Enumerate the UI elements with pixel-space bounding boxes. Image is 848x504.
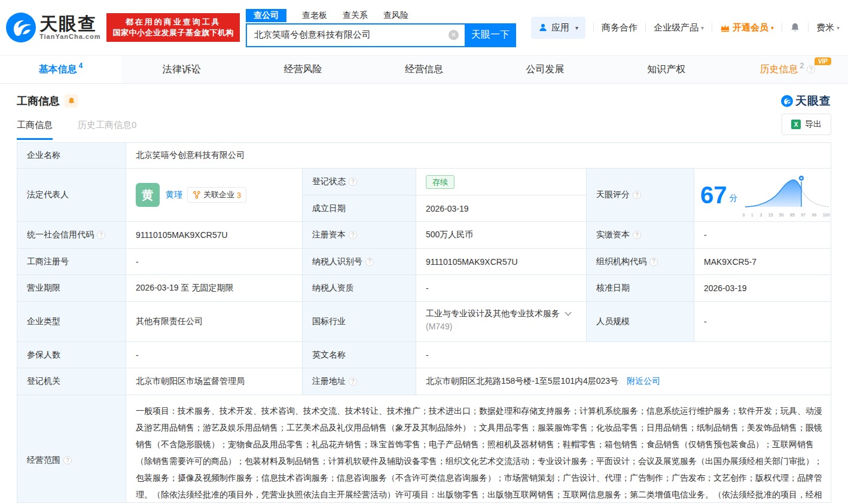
reg-number-label: 工商注册号 bbox=[17, 249, 126, 274]
help-icon[interactable]: ? bbox=[63, 456, 72, 465]
brand-domain: TianYanCha.com bbox=[39, 33, 100, 40]
bell-icon bbox=[68, 97, 75, 105]
business-term-value: 2026-03-19 至 无固定期限 bbox=[126, 275, 302, 301]
org-code-label: 组织机构代码? bbox=[587, 249, 694, 274]
subtab-business-info[interactable]: 工商信息 bbox=[17, 120, 53, 140]
reg-authority-value: 北京市朝阳区市场监督管理局 bbox=[126, 368, 302, 395]
reg-address-label: 注册地址? bbox=[303, 368, 416, 395]
help-icon[interactable]: ? bbox=[649, 258, 658, 266]
legal-rep-label: 法定代表人 bbox=[17, 169, 126, 221]
industry-cell: 工业与专业设计及其他专业技术服务 (M749) bbox=[416, 302, 586, 341]
section-title: 工商信息 bbox=[17, 94, 60, 108]
industry-value: 工业与专业设计及其他专业技术服务 bbox=[426, 308, 560, 319]
notifications-button[interactable] bbox=[790, 22, 800, 33]
search-button[interactable]: 天眼一下 bbox=[465, 23, 516, 47]
business-info-table: 企业名称 北京笑嘻兮创意科技有限公司 法定代表人 黄 黄瑾 关联企业 3 登记状… bbox=[17, 142, 831, 503]
help-icon[interactable]: ? bbox=[349, 178, 357, 186]
help-icon[interactable]: ? bbox=[365, 258, 374, 266]
network-icon bbox=[193, 191, 201, 199]
search-tabs: 查公司 查老板 查关系 查风险 bbox=[246, 8, 516, 23]
chevron-down-icon: ▾ bbox=[701, 25, 704, 31]
company-name-value: 北京笑嘻兮创意科技有限公司 bbox=[126, 143, 831, 168]
bell-icon bbox=[790, 22, 800, 33]
english-name-value: - bbox=[416, 342, 831, 368]
related-companies-badge[interactable]: 关联企业 3 bbox=[187, 187, 246, 203]
industry-label: 国标行业 bbox=[303, 302, 416, 341]
tab-history-info[interactable]: VIP 历史信息2 ? bbox=[727, 56, 848, 83]
reg-address-value: 北京市朝阳区北苑路158号楼-1至5层101内4层023号 bbox=[426, 376, 618, 387]
approved-date-value: 2026-03-19 bbox=[694, 275, 831, 301]
established-value: 2026-03-19 bbox=[416, 196, 586, 221]
apps-menu-label: 应用 bbox=[551, 22, 569, 33]
search-tab-company[interactable]: 查公司 bbox=[246, 9, 286, 22]
tab-basic-info[interactable]: 基本信息4 bbox=[0, 56, 121, 83]
help-icon[interactable]: ? bbox=[633, 231, 641, 239]
export-button[interactable]: X 导出 bbox=[782, 114, 831, 135]
legal-rep-name-link[interactable]: 黄瑾 bbox=[166, 190, 182, 200]
crown-icon bbox=[720, 23, 730, 32]
tab-operation-risk[interactable]: 经营风险 bbox=[242, 56, 364, 83]
search-tab-relation[interactable]: 查关系 bbox=[343, 10, 368, 22]
taxpayer-id-value: 91110105MAK9XCR57U bbox=[416, 249, 586, 274]
business-cooperation-link[interactable]: 商务合作 bbox=[602, 22, 637, 33]
paid-capital-label: 实缴资本? bbox=[587, 222, 694, 248]
monitor-bell-button[interactable] bbox=[65, 94, 78, 108]
status-badge: 存续 bbox=[426, 175, 454, 189]
help-icon[interactable]: ? bbox=[97, 231, 105, 239]
staff-size-value: - bbox=[694, 302, 831, 341]
legal-rep-avatar[interactable]: 黄 bbox=[136, 183, 160, 207]
tianyancha-logo[interactable]: 天眼查 TianYanCha.com bbox=[6, 13, 100, 42]
staff-size-label: 人员规模 bbox=[587, 302, 694, 341]
help-icon[interactable]: ? bbox=[633, 191, 641, 199]
divider bbox=[645, 23, 646, 32]
apps-menu[interactable]: 应用 ▾ bbox=[531, 17, 585, 39]
sub-tab-row: 工商信息 历史工商信息0 X 导出 bbox=[0, 109, 848, 142]
excel-icon: X bbox=[791, 120, 801, 129]
reg-capital-value: 500万人民币 bbox=[416, 222, 586, 248]
top-header: 天眼查 TianYanCha.com 都在用的商业查询工具 国家中小企业发展子基… bbox=[0, 0, 848, 55]
enterprise-products-menu[interactable]: 企业级产品 ▾ bbox=[654, 22, 704, 33]
clear-search-icon[interactable]: ✕ bbox=[449, 30, 459, 40]
tab-count: 4 bbox=[78, 62, 83, 70]
help-icon[interactable]: ? bbox=[349, 231, 357, 239]
tab-intellectual-property[interactable]: 知识产权 bbox=[606, 56, 727, 83]
divider bbox=[808, 23, 809, 32]
search-input[interactable] bbox=[247, 25, 465, 46]
reg-address-cell: 北京市朝阳区北苑路158号楼-1至5层101内4层023号 附近公司 bbox=[416, 368, 831, 395]
reg-number-value: - bbox=[126, 249, 302, 274]
taxpayer-quality-label: 纳税人资质 bbox=[303, 275, 416, 301]
company-type-value: 其他有限责任公司 bbox=[126, 302, 302, 341]
help-icon[interactable]: ? bbox=[807, 65, 815, 74]
subtab-history-business-info[interactable]: 历史工商信息0 bbox=[78, 120, 136, 140]
established-label: 成立日期 bbox=[303, 196, 416, 221]
user-menu[interactable]: 费米 ▾ bbox=[816, 22, 840, 33]
divider bbox=[782, 23, 782, 32]
banner-line2: 国家中小企业发展子基金旗下机构 bbox=[112, 28, 234, 38]
credit-code-value: 91110105MAK9XCR57U bbox=[126, 222, 302, 248]
tab-operation-info[interactable]: 经营信息 bbox=[364, 56, 485, 83]
search-tab-boss[interactable]: 查老板 bbox=[302, 10, 327, 22]
brand-name: 天眼查 bbox=[39, 15, 100, 33]
score-curve-chart: 0131550859799100 bbox=[742, 173, 831, 217]
tab-legal-proceedings[interactable]: 法律诉讼 bbox=[121, 56, 243, 83]
insured-label: 参保人数 bbox=[17, 342, 126, 368]
related-companies-count: 3 bbox=[237, 191, 241, 200]
search-tab-risk[interactable]: 查风险 bbox=[383, 10, 408, 22]
business-scope-label: 经营范围? bbox=[17, 395, 126, 503]
open-vip-menu[interactable]: 开通会员 ▾ bbox=[720, 22, 774, 33]
header-menu: 应用 ▾ 商务合作 企业级产品 ▾ 开通会员 ▾ 费米 ▾ bbox=[531, 17, 840, 39]
help-icon[interactable]: ? bbox=[349, 377, 357, 386]
score-unit: 分 bbox=[730, 193, 738, 204]
score-cell[interactable]: 67 分 0131550859799100 bbox=[694, 169, 831, 221]
promo-banner: 都在用的商业查询工具 国家中小企业发展子基金旗下机构 bbox=[106, 13, 240, 42]
score-value: 67 bbox=[700, 183, 727, 207]
chevron-down-icon: ▾ bbox=[575, 25, 578, 31]
tianyancha-logo-icon bbox=[6, 13, 36, 42]
score-axis-ticks: 0131550859799100 bbox=[742, 213, 831, 217]
tab-company-development[interactable]: 公司发展 bbox=[484, 56, 606, 83]
chevron-down-icon[interactable] bbox=[565, 311, 572, 316]
section-header: 工商信息 天眼查 bbox=[0, 84, 848, 109]
english-name-label: 英文名称 bbox=[303, 342, 416, 368]
nearby-companies-link[interactable]: 附近公司 bbox=[627, 376, 660, 387]
reg-authority-label: 登记机关 bbox=[17, 368, 126, 395]
